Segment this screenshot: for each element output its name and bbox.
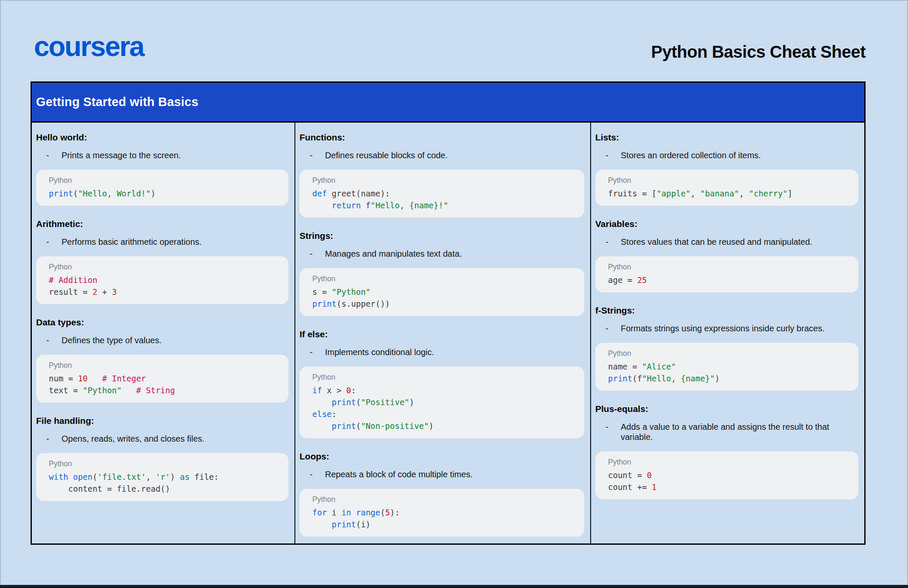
section-heading: Variables: [595, 218, 858, 229]
code-token: num = [49, 374, 78, 383]
bullet-dash: - [46, 150, 62, 160]
bullet-text: Performs basic arithmetic operations. [62, 237, 202, 247]
bullet-text: Adds a value to a variable and assigns t… [621, 422, 858, 442]
code-token: 25 [637, 275, 647, 285]
code-token: for [312, 508, 327, 517]
section-bullet: -Manages and manipulates text data. [300, 249, 584, 259]
sheet-section: Strings:-Manages and manipulates text da… [300, 230, 584, 316]
section-bullet: -Stores values that can be reused and ma… [595, 237, 858, 247]
sheet-section: Plus-equals:-Adds a value to a variable … [595, 403, 858, 499]
code-token: # Integer [102, 374, 146, 383]
code-line: for i in range(5): [312, 507, 579, 518]
section-bullet: -Adds a value to a variable and assigns … [595, 422, 858, 442]
sheet-column: Lists:-Stores an ordered collection of i… [590, 123, 864, 543]
bullet-dash: - [605, 323, 621, 333]
code-line: print(s.upper()) [312, 298, 579, 310]
code-token: fruits = [ [608, 189, 656, 198]
code-language-label: Python [49, 263, 283, 271]
code-card: Python# Additionresult = 2 + 3 [36, 256, 289, 304]
code-language-label: Python [49, 176, 283, 185]
code-token: ): [390, 508, 400, 517]
code-token [88, 374, 102, 383]
code-language-label: Python [608, 263, 853, 271]
section-heading: Functions: [300, 132, 584, 143]
sheet-column: Hello world:-Prints a message to the scr… [32, 123, 294, 543]
code-token [68, 472, 73, 482]
code-line: else: [312, 408, 579, 420]
code-token: (i) [356, 520, 370, 529]
section-heading: Arithmetic: [36, 218, 289, 229]
code-token: "banana" [700, 189, 739, 198]
code-token: i [327, 508, 341, 517]
bottom-window-edge [0, 585, 908, 588]
sheet-section: Arithmetic:-Performs basic arithmetic op… [36, 218, 289, 304]
code-language-label: Python [312, 274, 579, 283]
code-line: content = file.read() [49, 483, 283, 495]
code-card: Pythonage = 25 [595, 256, 858, 292]
code-token: , [739, 189, 749, 198]
code-line: print("Non-positive") [312, 420, 579, 432]
code-token [351, 508, 356, 517]
code-line: num = 10 # Integer [49, 372, 283, 384]
section-bullet: -Stores an ordered collection of items. [595, 150, 858, 160]
code-token: open [73, 472, 92, 482]
coursera-logo: coursera [34, 32, 144, 60]
code-token: 'file.txt' [97, 472, 146, 482]
section-bullet: -Defines the type of values. [36, 335, 289, 345]
bullet-text: Implements conditional logic. [325, 347, 434, 357]
code-token: age = [608, 275, 637, 285]
code-token: result = [49, 287, 92, 297]
code-token: x > [322, 386, 346, 395]
code-token: "Python" [332, 287, 371, 297]
bullet-text: Defines the type of values. [62, 335, 162, 345]
cheat-sheet-table: Getting Started with Basics Hello world:… [31, 81, 866, 545]
bullet-text: Stores an ordered collection of items. [621, 150, 761, 160]
bullet-text: Defines reusable blocks of code. [325, 150, 448, 160]
code-token: print [312, 299, 336, 308]
sheet-section: Variables:-Stores values that can be reu… [595, 218, 858, 292]
code-token: count = [608, 470, 647, 480]
code-token: + [97, 287, 112, 297]
code-token: "Non-positive" [361, 421, 429, 431]
bullet-dash: - [605, 150, 621, 160]
code-token: 0 [647, 470, 652, 480]
bullet-dash: - [310, 249, 325, 259]
code-line: print("Hello, World!") [49, 188, 283, 199]
code-token: (s.upper()) [336, 299, 390, 308]
sheet-section: Functions:-Defines reusable blocks of co… [300, 132, 584, 218]
code-card: Pythondef greet(name): return f"Hello, {… [300, 170, 584, 218]
code-token: ( [380, 508, 385, 517]
code-token: if [312, 386, 322, 395]
code-card: Pythonfor i in range(5): print(i) [300, 489, 584, 537]
code-token: file: [190, 472, 219, 482]
code-token: ( [73, 189, 78, 198]
code-line: return f"Hello, {name}!" [312, 199, 579, 211]
code-token [312, 398, 332, 407]
code-card: Pythoncount = 0count += 1 [595, 451, 858, 499]
sheet-section: f-Strings:-Formats strings using express… [595, 305, 858, 391]
code-token: "Python" [83, 386, 122, 395]
section-heading: Plus-equals: [595, 403, 858, 414]
code-token [312, 421, 332, 431]
code-language-label: Python [312, 373, 579, 381]
code-token: ( [92, 472, 97, 482]
code-token: count += [608, 482, 652, 492]
code-line: text = "Python" # String [49, 384, 283, 396]
code-token: as [180, 472, 190, 482]
code-line: result = 2 + 3 [49, 286, 283, 298]
code-token: "Hello, World!" [78, 189, 151, 198]
code-token: # Addition [49, 275, 97, 285]
code-language-label: Python [312, 495, 579, 504]
code-token: 1 [652, 482, 656, 492]
code-token: return [332, 201, 361, 210]
sheet-section-header: Getting Started with Basics [32, 83, 864, 123]
code-card: Pythonname = "Alice"print(f"Hello, {name… [595, 343, 858, 391]
code-token: range [356, 508, 380, 517]
code-token: else [312, 409, 332, 419]
code-token: greet(name): [327, 189, 390, 198]
code-token: "Alice" [642, 362, 676, 371]
code-language-label: Python [49, 361, 283, 370]
section-heading: Data types: [36, 317, 289, 328]
code-line: count = 0 [608, 469, 853, 481]
code-token: ) [151, 189, 155, 198]
